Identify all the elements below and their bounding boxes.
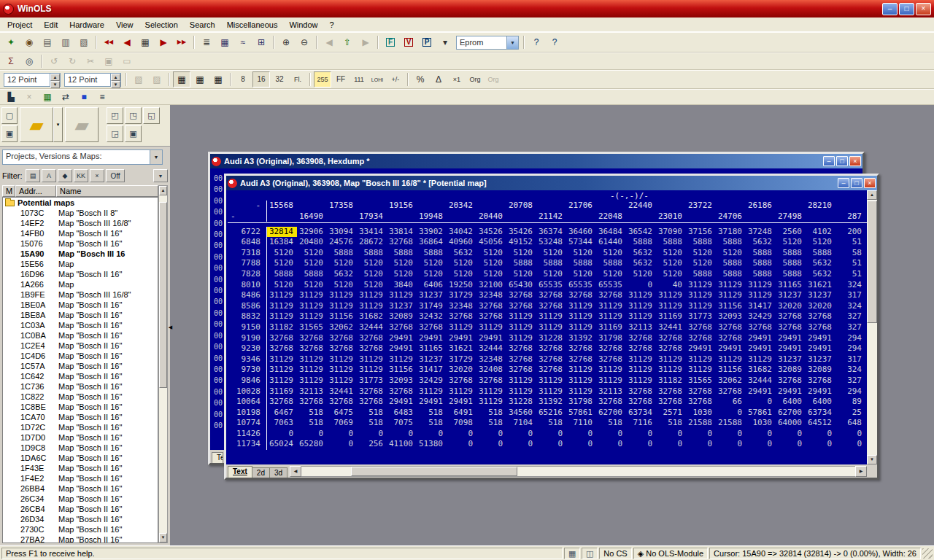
map-cell[interactable]: 29491 bbox=[387, 397, 417, 408]
map-cell[interactable]: 5888 bbox=[417, 248, 447, 259]
map-cell[interactable]: 31129 bbox=[746, 290, 776, 301]
map-cell[interactable]: 5888 bbox=[716, 237, 746, 248]
menu-item[interactable]: Search bbox=[184, 19, 221, 31]
map-cell[interactable]: 5120 bbox=[686, 248, 716, 259]
window-dropdown-icon[interactable]: ▾ bbox=[436, 34, 454, 51]
scroll-down-icon[interactable]: ▼ bbox=[867, 455, 877, 464]
map-cell[interactable]: 31773 bbox=[357, 376, 387, 386]
map-cell[interactable]: 5120 bbox=[297, 258, 327, 269]
list-item[interactable]: 1C2E4Map "Bosch II 16" bbox=[3, 341, 158, 351]
grid-medium-icon[interactable]: ▦ bbox=[191, 71, 209, 88]
hex-window-icon[interactable]: F bbox=[382, 34, 399, 51]
version-list-icon[interactable]: ▦ bbox=[136, 34, 154, 51]
lohi-display-icon[interactable]: LOHI bbox=[368, 71, 386, 88]
map-cell[interactable]: 5120 bbox=[297, 248, 327, 259]
map-cell[interactable]: 32768 bbox=[476, 301, 506, 312]
map-cell[interactable]: 29491 bbox=[447, 397, 476, 408]
map-cell[interactable]: 324 bbox=[835, 280, 865, 291]
bits-8-icon[interactable]: 8 bbox=[234, 71, 252, 88]
map-cell[interactable]: 5120 bbox=[476, 258, 506, 269]
map-cell[interactable]: 31129 bbox=[297, 311, 327, 322]
map-cell[interactable]: 5632 bbox=[806, 269, 835, 280]
map-cell[interactable]: 41100 bbox=[387, 439, 417, 450]
new-window-button[interactable]: ▢ bbox=[1, 107, 18, 124]
map-cell[interactable]: 31129 bbox=[297, 301, 327, 312]
map-cell[interactable]: 1030 bbox=[746, 418, 776, 429]
undo-icon[interactable]: ↺ bbox=[45, 53, 63, 69]
map-properties-icon[interactable]: ≡ bbox=[93, 89, 111, 105]
list-item[interactable]: 1D72CMap "Bosch II 16" bbox=[3, 422, 158, 432]
map-cell[interactable]: 0 bbox=[327, 439, 357, 450]
map-cell[interactable]: 518 bbox=[476, 408, 506, 419]
map-cell[interactable]: 0 bbox=[596, 439, 626, 450]
map-cell[interactable]: 28672 bbox=[357, 237, 387, 248]
map-cell[interactable]: 0 bbox=[536, 439, 566, 450]
map-cell[interactable]: 31129 bbox=[626, 376, 656, 386]
map-cell[interactable]: 31129 bbox=[267, 354, 297, 365]
map-axes-icon[interactable]: ⇄ bbox=[57, 89, 74, 105]
map-cell[interactable]: 0 bbox=[626, 280, 656, 291]
map-cell[interactable]: 36460 bbox=[566, 227, 596, 238]
map-cell[interactable]: 31156 bbox=[387, 365, 417, 376]
map-cell[interactable]: 32089 bbox=[776, 365, 806, 376]
map-cell[interactable]: 31169 bbox=[596, 322, 626, 333]
map-cell[interactable]: 5120 bbox=[506, 269, 536, 280]
map-cell[interactable]: 31237 bbox=[776, 354, 806, 365]
map-cell[interactable]: 29491 bbox=[417, 333, 447, 344]
grid-view-icon[interactable]: ▦ bbox=[216, 34, 234, 51]
tab-text-hexdump[interactable]: Text bbox=[212, 452, 223, 463]
map-cell[interactable]: 5120 bbox=[476, 269, 506, 280]
map-cell[interactable]: 32444 bbox=[746, 376, 776, 386]
hexdump-titlebar[interactable]: Audi A3 (Original), 363908, Hexdump * – … bbox=[210, 154, 862, 168]
map-cell[interactable]: 31129 bbox=[267, 301, 297, 312]
map-cell[interactable]: 6491 bbox=[447, 408, 476, 419]
folder-up-icon[interactable]: ⇧ bbox=[339, 34, 356, 51]
map-cell[interactable]: 31129 bbox=[506, 376, 536, 386]
map-cell[interactable]: 32408 bbox=[476, 365, 506, 376]
window-arrange-button[interactable]: ▣ bbox=[125, 125, 142, 142]
map-cell[interactable]: 5120 bbox=[536, 269, 566, 280]
map-cell[interactable]: 31392 bbox=[536, 397, 566, 408]
map-cell[interactable]: 31417 bbox=[417, 365, 447, 376]
map-cell[interactable]: 29491 bbox=[387, 333, 417, 344]
map-cell[interactable]: 0 bbox=[506, 439, 536, 450]
map-cell[interactable]: 5120 bbox=[357, 280, 387, 291]
map-cell[interactable]: 31129 bbox=[327, 301, 357, 312]
map-cell[interactable]: 7069 bbox=[327, 418, 357, 429]
map-cell[interactable]: 32768 bbox=[656, 343, 686, 354]
map-cell[interactable]: 31682 bbox=[357, 311, 387, 322]
map-cell[interactable]: 51 bbox=[835, 258, 865, 269]
map-cell[interactable]: 31129 bbox=[267, 365, 297, 376]
map-cell[interactable]: 7075 bbox=[387, 418, 417, 429]
list-item[interactable]: 1C642Map "Bosch II 16" bbox=[3, 371, 158, 381]
list-item[interactable]: 1C4D6Map "Bosch II 16" bbox=[3, 351, 158, 361]
map-cell[interactable]: 0 bbox=[387, 429, 417, 440]
map-cell[interactable]: 36374 bbox=[536, 227, 566, 238]
text-view-icon[interactable]: ≣ bbox=[198, 34, 215, 51]
grid-small-icon[interactable]: ▦ bbox=[173, 71, 190, 88]
map-cell[interactable]: 5888 bbox=[536, 258, 566, 269]
resize-grip[interactable] bbox=[922, 548, 933, 559]
map-cell[interactable]: 0 bbox=[267, 429, 297, 440]
list-item[interactable]: 2730CMap "Bosch II 16" bbox=[3, 524, 158, 534]
map-cell[interactable]: 31129 bbox=[686, 354, 716, 365]
list-item[interactable]: 1C03AMap "Bosch II 16" bbox=[3, 320, 158, 330]
tab-3d[interactable]: 3d bbox=[269, 467, 287, 478]
map-cell[interactable]: 32062 bbox=[327, 322, 357, 333]
column-header[interactable]: Name bbox=[56, 185, 158, 197]
map-cell[interactable]: 32768 bbox=[387, 237, 417, 248]
map-cell[interactable]: 256 bbox=[357, 439, 387, 450]
map-cell[interactable]: 45056 bbox=[476, 237, 506, 248]
map-cell[interactable]: 29491 bbox=[387, 343, 417, 354]
map-cell[interactable]: 64000 bbox=[776, 418, 806, 429]
map-cell[interactable]: 32768 bbox=[686, 397, 716, 408]
map-cell[interactable]: 29491 bbox=[776, 343, 806, 354]
map-cell[interactable]: 64512 bbox=[806, 418, 835, 429]
scroll-up-icon[interactable]: ▲ bbox=[867, 190, 877, 200]
map-cell[interactable]: 31129 bbox=[297, 365, 327, 376]
map-cell[interactable]: 32768 bbox=[536, 365, 566, 376]
map-cell[interactable]: 33414 bbox=[357, 227, 387, 238]
map-cell[interactable]: 32768 bbox=[686, 322, 716, 333]
map-cell[interactable]: 32768 bbox=[776, 376, 806, 386]
map-cell[interactable]: 31129 bbox=[297, 354, 327, 365]
